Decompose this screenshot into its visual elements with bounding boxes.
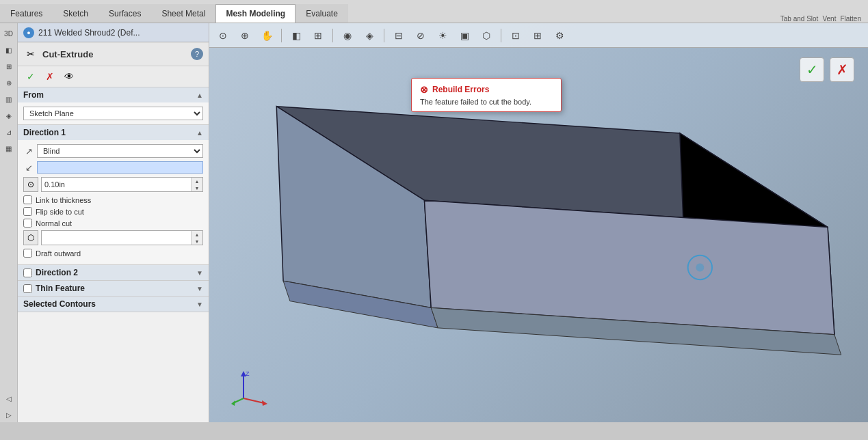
direction2-checkbox[interactable]: [23, 269, 32, 277]
link-to-thickness-label: Link to thickness: [36, 196, 91, 204]
direction1-type-dropdown[interactable]: Blind: [37, 144, 203, 158]
direction2-section-title: Direction 2: [36, 268, 196, 277]
from-section-header[interactable]: From ▲: [18, 87, 209, 102]
main-layout: 3D ◧ ⊞ ⊕ ▥ ◈ ⊿ ▦ ◁ ▷ ● 211 Welded Shroud…: [0, 23, 868, 422]
vp-wireframe-btn[interactable]: ⊞: [308, 26, 328, 45]
properties-panel: ● 211 Welded Shroud2 (Def... ✂ Cut-Extru…: [18, 23, 209, 422]
direction1-increment-btn[interactable]: ▲: [192, 178, 202, 184]
direction2-section-header[interactable]: Direction 2 ▼: [18, 265, 209, 280]
draft-outward-checkbox[interactable]: [23, 249, 32, 258]
direction1-spinner-icon: ⊙: [23, 177, 38, 192]
error-title-text: Rebuild Errors: [432, 85, 489, 94]
direction1-numeric-input: 0.10in ▲ ▼: [41, 177, 203, 192]
vp-settings-btn[interactable]: ⚙: [550, 26, 569, 45]
error-title-row: ⊗ Rebuild Errors: [420, 84, 553, 95]
preview-button[interactable]: 👁: [62, 69, 77, 84]
vp-sep2: [332, 29, 333, 42]
vp-section-btn[interactable]: ⊟: [389, 26, 408, 45]
vp-hide-btn[interactable]: ⊘: [411, 26, 430, 45]
direction1-decrement-btn[interactable]: ▼: [192, 184, 202, 191]
strip-3d[interactable]: 3D: [1, 26, 16, 41]
flip-side-to-cut-checkbox[interactable]: [23, 207, 32, 216]
panel-icon: ✂: [23, 46, 38, 61]
vp-orbit-btn[interactable]: ⊙: [213, 26, 233, 45]
direction1-section-header[interactable]: Direction 1 ▲: [18, 125, 209, 140]
vp-pan-btn[interactable]: ✋: [257, 26, 276, 45]
body-select-row: ⬡ ▲ ▼: [23, 230, 203, 245]
panel-title: Cut-Extrude: [42, 49, 187, 59]
tab-surfaces[interactable]: Surfaces: [98, 4, 151, 23]
body-select-icon[interactable]: ⬡: [23, 230, 38, 245]
thin-feature-checkbox[interactable]: [23, 284, 32, 293]
vp-expand-btn[interactable]: ⊡: [506, 26, 525, 45]
body-select-input: ▲ ▼: [41, 230, 203, 245]
body-select-value[interactable]: [42, 232, 191, 243]
reject-button[interactable]: ✗: [42, 69, 57, 84]
axes-svg: Z: [230, 368, 271, 409]
thin-feature-section-title: Thin Feature: [36, 284, 196, 293]
from-chevron-icon: ▲: [196, 92, 203, 99]
strip-icon-bottom2[interactable]: ▷: [1, 407, 16, 422]
direction1-section-title: Direction 1: [23, 128, 196, 137]
draft-outward-row: Draft outward: [23, 249, 203, 258]
normal-cut-row: Normal cut: [23, 219, 203, 228]
vp-appearance-btn[interactable]: ▣: [455, 26, 474, 45]
from-section: From ▲ Sketch Plane: [18, 87, 209, 125]
vp-shaded-btn[interactable]: ◧: [287, 26, 306, 45]
direction1-depth-input[interactable]: [37, 161, 203, 174]
flatten-label: Flatten: [840, 15, 861, 23]
tab-sketch[interactable]: Sketch: [53, 4, 98, 23]
window-title-bar: ● 211 Welded Shroud2 (Def...: [18, 23, 209, 42]
left-icon-strip: 3D ◧ ⊞ ⊕ ▥ ◈ ⊿ ▦ ◁ ▷: [0, 23, 18, 422]
window-title-icon: ●: [23, 27, 34, 38]
normal-cut-label: Normal cut: [36, 219, 72, 228]
panel-header: ✂ Cut-Extrude ?: [18, 42, 209, 66]
tab-sheet-metal[interactable]: Sheet Metal: [151, 4, 215, 23]
rotation-handle-center: [696, 264, 704, 272]
tab-evaluate[interactable]: Evaluate: [295, 4, 348, 23]
help-button[interactable]: ?: [191, 48, 203, 60]
vp-more-btn[interactable]: ⊞: [528, 26, 547, 45]
vent-label: Vent: [822, 15, 836, 23]
strip-icon-1[interactable]: ◧: [1, 42, 16, 57]
direction1-chevron-icon: ▲: [196, 129, 203, 137]
direction1-section-content: ↗ Blind ↙ ⊙ 0.10in: [18, 140, 209, 264]
strip-icon-2[interactable]: ⊞: [1, 59, 16, 74]
vp-display-btn[interactable]: ◈: [360, 26, 379, 45]
draft-outward-label: Draft outward: [36, 249, 81, 258]
direction1-spinner-arrows: ▲ ▼: [191, 178, 202, 191]
strip-icon-bottom[interactable]: ◁: [1, 391, 16, 406]
selected-contours-section-header[interactable]: Selected Contours ▼: [18, 297, 209, 312]
from-dropdown[interactable]: Sketch Plane: [23, 107, 203, 120]
vp-light-btn[interactable]: ☀: [433, 26, 452, 45]
strip-icon-7[interactable]: ▦: [1, 141, 16, 156]
viewport-toolbar: ⊙ ⊕ ✋ ◧ ⊞ ◉ ◈ ⊟ ⊘ ☀ ▣ ⬡ ⊡ ⊞ ⚙: [209, 23, 868, 48]
vp-camera-btn[interactable]: ⬡: [477, 26, 496, 45]
thin-feature-section-header[interactable]: Thin Feature ▼: [18, 281, 209, 296]
direction1-section: Direction 1 ▲ ↗ Blind ↙: [18, 125, 209, 265]
window-title-text: 211 Welded Shroud2 (Def...: [38, 28, 140, 38]
link-to-thickness-row: Link to thickness: [23, 195, 203, 204]
cancel-button[interactable]: ✗: [830, 57, 854, 82]
strip-icon-5[interactable]: ◈: [1, 108, 16, 123]
normal-cut-checkbox[interactable]: [23, 219, 32, 228]
body-select-decrement-btn[interactable]: ▼: [192, 238, 202, 245]
vp-view-btn[interactable]: ◉: [338, 26, 357, 45]
direction1-depth-value[interactable]: 0.10in: [42, 179, 191, 190]
direction2-chevron-icon: ▼: [196, 269, 203, 277]
strip-icon-4[interactable]: ▥: [1, 92, 16, 107]
vp-zoom-btn[interactable]: ⊕: [235, 26, 254, 45]
coordinate-axes: Z: [230, 368, 271, 409]
props-scroll-panel[interactable]: ✂ Cut-Extrude ? ✓ ✗ 👁 From ▲ Sketch Plan…: [18, 42, 209, 422]
direction1-type-row: ↗ Blind: [23, 144, 203, 158]
accept-button[interactable]: ✓: [800, 57, 824, 82]
strip-icon-6[interactable]: ⊿: [1, 124, 16, 139]
link-to-thickness-checkbox[interactable]: [23, 195, 32, 204]
flip-side-to-cut-row: Flip side to cut: [23, 207, 203, 216]
tab-features[interactable]: Features: [0, 4, 53, 23]
confirm-button[interactable]: ✓: [23, 69, 38, 84]
canvas-area: ⊙ ⊕ ✋ ◧ ⊞ ◉ ◈ ⊟ ⊘ ☀ ▣ ⬡ ⊡ ⊞ ⚙: [209, 23, 868, 422]
tab-mesh-modeling[interactable]: Mesh Modeling: [215, 4, 295, 23]
body-select-increment-btn[interactable]: ▲: [192, 231, 202, 238]
strip-icon-3[interactable]: ⊕: [1, 75, 16, 90]
